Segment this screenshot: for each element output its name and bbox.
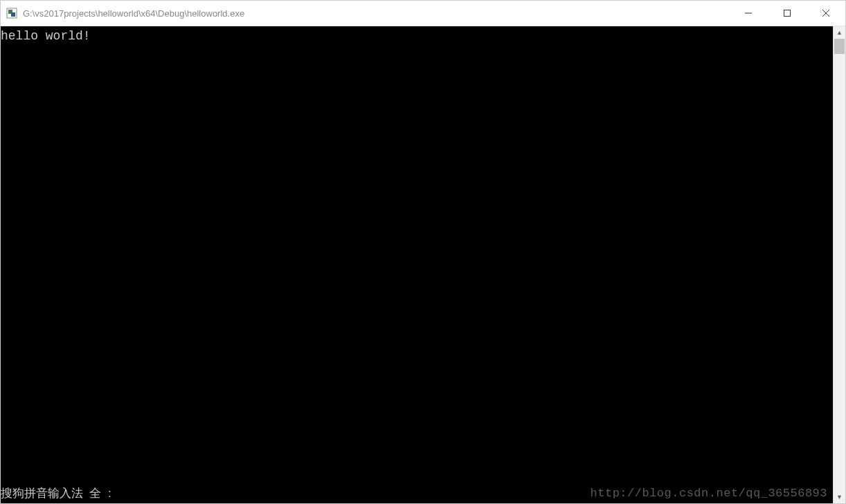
svg-rect-2 (11, 12, 15, 17)
app-icon (6, 8, 17, 19)
scroll-up-arrow-icon[interactable]: ▲ (834, 26, 845, 39)
console-window: G:\vs2017projects\helloworld\x64\Debug\h… (0, 0, 846, 504)
titlebar[interactable]: G:\vs2017projects\helloworld\x64\Debug\h… (1, 1, 845, 26)
ime-status-text: 搜狗拼音输入法 全 : (1, 485, 111, 502)
scroll-down-arrow-icon[interactable]: ▼ (834, 491, 845, 503)
console-output: hello world! (1, 28, 91, 45)
scroll-track[interactable] (834, 39, 845, 491)
window-controls (729, 1, 845, 26)
minimize-button[interactable] (729, 1, 768, 26)
console-viewport[interactable]: hello world! 搜狗拼音输入法 全 : http://blog.csd… (1, 26, 833, 503)
maximize-button[interactable] (768, 1, 807, 26)
svg-rect-4 (784, 10, 791, 17)
vertical-scrollbar[interactable]: ▲ ▼ (833, 26, 845, 503)
watermark-text: http://blog.csdn.net/qq_36556893 (591, 485, 827, 502)
scroll-thumb[interactable] (834, 39, 845, 54)
window-title: G:\vs2017projects\helloworld\x64\Debug\h… (23, 8, 729, 19)
close-button[interactable] (807, 1, 845, 26)
content-area: hello world! 搜狗拼音输入法 全 : http://blog.csd… (1, 26, 845, 503)
